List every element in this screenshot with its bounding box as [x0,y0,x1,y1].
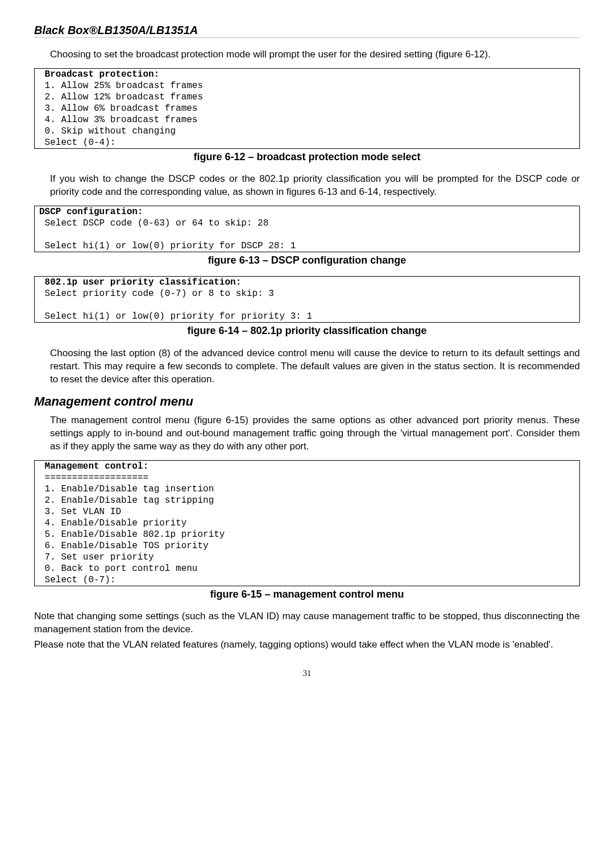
code-title: 802.1p user priority classification: [39,277,241,287]
code-line: Select DSCP code (0-63) or 64 to skip: 2… [39,218,268,228]
code-line: Select hi(1) or low(0) priority for prio… [39,311,312,322]
paragraph-reset-note: Choosing the last option (8) of the adva… [50,347,580,386]
code-line: 2. Enable/Disable tag stripping [39,495,214,506]
code-dscp-config: DSCP configuration: Select DSCP code (0-… [34,206,580,252]
section-heading-management: Management control menu [34,393,580,410]
paragraph-intro-broadcast: Choosing to set the broadcast protection… [50,48,580,61]
page-number: 31 [34,667,580,679]
code-line: 3. Allow 6% broadcast frames [39,103,197,114]
code-line: 4. Allow 3% broadcast frames [39,115,197,125]
code-line: 0. Back to port control menu [39,564,197,574]
code-line [39,300,45,310]
code-line: 3. Set VLAN ID [39,507,121,517]
code-line: 1. Allow 25% broadcast frames [39,81,203,91]
code-line [39,229,45,240]
code-line: 4. Enable/Disable priority [39,518,186,528]
code-title: Broadcast protection: [39,69,159,80]
code-line: Select (0-4): [39,137,115,148]
code-title: DSCP configuration: [39,207,143,217]
code-line: 7. Set user priority [39,552,154,562]
code-management-control: Management control: =================== … [34,460,580,586]
figure-caption-6-14: figure 6-14 – 802.1p priority classifica… [34,324,580,337]
code-line: =================== [39,473,148,483]
code-line: 0. Skip without changing [39,126,176,136]
code-line: Select (0-7): [39,575,115,585]
figure-caption-6-13: figure 6-13 – DSCP configuration change [34,253,580,267]
code-line: 2. Allow 12% broadcast frames [39,92,203,102]
code-line: 6. Enable/Disable TOS priority [39,541,209,551]
figure-caption-6-15: figure 6-15 – management control menu [34,587,580,601]
paragraph-dscp-intro: If you wish to change the DSCP codes or … [50,173,580,199]
code-line: Select hi(1) or low(0) priority for DSCP… [39,241,296,251]
code-8021p-classification: 802.1p user priority classification: Sel… [34,276,580,323]
code-title: Management control: [39,461,148,471]
figure-caption-6-12: figure 6-12 – broadcast protection mode … [34,150,580,164]
paragraph-note-vlan-mode: Please note that the VLAN related featur… [34,639,580,652]
code-line: 5. Enable/Disable 802.1p priority [39,529,225,540]
paragraph-management-intro: The management control menu (figure 6-15… [50,414,580,453]
code-line: 1. Enable/Disable tag insertion [39,484,214,494]
code-broadcast-protection: Broadcast protection: 1. Allow 25% broad… [34,68,580,149]
paragraph-note-vlan-id: Note that changing some settings (such a… [34,610,580,636]
code-line: Select priority code (0-7) or 8 to skip:… [39,289,274,299]
